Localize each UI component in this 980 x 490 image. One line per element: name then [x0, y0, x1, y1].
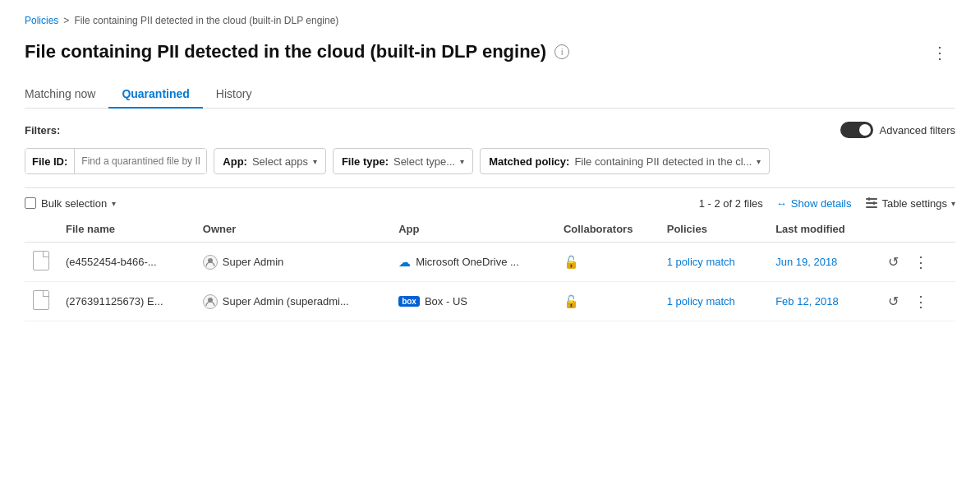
breadcrumb-current: File containing PII detected in the clou… — [74, 15, 338, 26]
col-app: App — [390, 216, 555, 243]
row1-filename[interactable]: (e4552454-b466-... — [58, 243, 195, 282]
files-table: File name Owner App Collaborators Polici… — [25, 216, 955, 321]
row1-owner: Super Admin — [195, 243, 390, 282]
breadcrumb-separator: > — [63, 15, 69, 26]
file-count: 1 - 2 of 2 files — [699, 197, 763, 210]
table-row: (276391125673) E... Super Admin (superad… — [25, 282, 955, 321]
row2-owner-icon — [203, 294, 218, 309]
file-type-label: File type: — [342, 155, 389, 168]
lock-icon: 🔓 — [564, 255, 579, 269]
app-filter-label: App: — [223, 155, 247, 168]
col-owner: Owner — [195, 216, 390, 243]
tab-quarantined[interactable]: Quarantined — [108, 81, 202, 109]
row2-app-name: Box - US — [425, 295, 467, 307]
table-settings-icon — [865, 196, 878, 210]
bulk-selection-label: Bulk selection — [41, 197, 107, 210]
app-filter-value: Select apps — [252, 155, 308, 168]
col-icon — [25, 216, 58, 243]
table-row: (e4552454-b466-... Super Admin ☁ Microso… — [25, 243, 955, 282]
row2-policies[interactable]: 1 policy match — [659, 282, 767, 321]
filters-label: Filters: — [25, 124, 60, 136]
row-more-button[interactable]: ⋮ — [909, 291, 934, 312]
file-type-value: Select type... — [393, 155, 455, 168]
row1-owner-name: Super Admin — [223, 256, 283, 268]
svg-rect-1 — [866, 202, 877, 204]
file-type-chevron: ▾ — [460, 157, 464, 166]
file-type-filter[interactable]: File type: Select type... ▾ — [333, 148, 473, 174]
row1-policies[interactable]: 1 policy match — [659, 243, 767, 282]
show-details-label: Show details — [791, 197, 852, 210]
page-title: File containing PII detected in the clou… — [25, 41, 569, 62]
tabs-bar: Matching now Quarantined History — [25, 81, 955, 109]
matched-policy-label: Matched policy: — [489, 155, 569, 168]
col-policies: Policies — [659, 216, 767, 243]
col-collaborators: Collaborators — [555, 216, 659, 243]
bulk-selection-chevron[interactable]: ▾ — [112, 199, 116, 208]
row1-owner-icon — [203, 255, 218, 270]
row2-actions: ↺ ⋮ — [876, 282, 955, 321]
table-divider — [25, 187, 955, 188]
restore-button[interactable]: ↺ — [885, 251, 902, 273]
svg-rect-0 — [866, 198, 877, 200]
page-header: File containing PII detected in the clou… — [25, 41, 955, 64]
col-filename: File name — [58, 216, 195, 243]
breadcrumb-parent[interactable]: Policies — [25, 15, 58, 26]
row2-policy-match[interactable]: 1 policy match — [667, 295, 735, 307]
table-settings-chevron: ▾ — [951, 199, 955, 208]
breadcrumb: Policies > File containing PII detected … — [25, 15, 955, 26]
table-header-row: File name Owner App Collaborators Polici… — [25, 216, 955, 243]
restore-button[interactable]: ↺ — [885, 290, 902, 312]
onedrive-icon: ☁ — [398, 255, 411, 270]
row1-app: ☁ Microsoft OneDrive ... — [390, 243, 555, 282]
row2-owner-name: Super Admin (superadmi... — [223, 295, 349, 307]
row1-policy-match[interactable]: 1 policy match — [667, 256, 735, 268]
row1-actions: ↺ ⋮ — [876, 243, 955, 282]
row2-app: box Box - US — [390, 282, 555, 321]
file-icon — [33, 251, 49, 270]
lock-icon: 🔓 — [564, 294, 579, 308]
info-icon[interactable]: i — [554, 44, 569, 59]
app-filter-chevron: ▾ — [313, 157, 317, 166]
tab-matching-now[interactable]: Matching now — [25, 81, 108, 109]
row2-date: Feb 12, 2018 — [775, 295, 839, 307]
svg-rect-4 — [873, 201, 875, 205]
more-options-button[interactable]: ⋮ — [925, 41, 955, 64]
show-details-button[interactable]: ↔ Show details — [776, 197, 852, 210]
row2-file-icon-cell — [25, 282, 58, 321]
advanced-filters-toggle-switch[interactable] — [840, 122, 873, 138]
row2-owner: Super Admin (superadmi... — [195, 282, 390, 321]
tab-history[interactable]: History — [203, 81, 265, 109]
table-info: 1 - 2 of 2 files ↔ Show details Table se… — [699, 196, 955, 210]
bulk-selection[interactable]: Bulk selection ▾ — [25, 197, 116, 210]
row1-last-modified: Jun 19, 2018 — [767, 243, 876, 282]
table-settings-button[interactable]: Table settings ▾ — [865, 196, 956, 210]
row1-collaborators: 🔓 — [555, 243, 659, 282]
file-icon — [33, 290, 49, 310]
row2-filename[interactable]: (276391125673) E... — [58, 282, 195, 321]
row2-collaborators: 🔓 — [555, 282, 659, 321]
filters-row: Filters: Advanced filters — [25, 122, 955, 138]
table-settings-label: Table settings — [882, 197, 948, 210]
advanced-filters-toggle[interactable]: Advanced filters — [840, 122, 956, 138]
file-id-input[interactable] — [75, 149, 206, 173]
matched-policy-chevron: ▾ — [757, 157, 761, 166]
row1-file-icon-cell — [25, 243, 58, 282]
bulk-select-checkbox[interactable] — [25, 197, 36, 209]
row2-last-modified: Feb 12, 2018 — [767, 282, 876, 321]
col-last-modified: Last modified — [767, 216, 876, 243]
row1-app-name: Microsoft OneDrive ... — [416, 256, 519, 268]
matched-policy-filter[interactable]: Matched policy: File containing PII dete… — [480, 148, 770, 174]
table-controls: Bulk selection ▾ 1 - 2 of 2 files ↔ Show… — [25, 196, 955, 210]
svg-rect-2 — [866, 206, 877, 208]
filter-controls: File ID: App: Select apps ▾ File type: S… — [25, 148, 955, 174]
col-actions — [876, 216, 955, 243]
app-filter[interactable]: App: Select apps ▾ — [214, 148, 326, 174]
row-more-button[interactable]: ⋮ — [909, 252, 934, 273]
row1-date: Jun 19, 2018 — [775, 256, 837, 268]
file-id-label: File ID: — [25, 149, 75, 173]
box-icon: box — [398, 296, 420, 307]
svg-rect-3 — [868, 197, 870, 201]
advanced-filters-label: Advanced filters — [880, 124, 956, 136]
matched-policy-value: File containing PII detected in the cl..… — [574, 155, 752, 168]
show-details-arrow: ↔ — [776, 197, 787, 210]
